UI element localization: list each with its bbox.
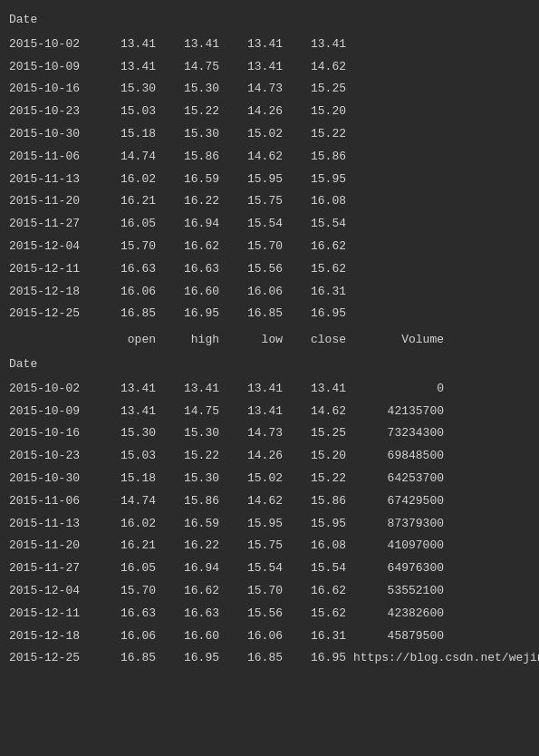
cell-low: 15.95 bbox=[226, 515, 290, 534]
table-row: 2015-11-06 14.74 15.86 14.62 15.86 67429… bbox=[9, 490, 530, 513]
cell-high: 16.22 bbox=[163, 537, 226, 556]
cell-date: 2015-11-20 bbox=[9, 192, 100, 211]
cell-open: 16.21 bbox=[100, 192, 163, 211]
table-row: 2015-10-16 15.30 15.30 14.73 15.25 73234… bbox=[9, 422, 530, 445]
cell-high: 16.63 bbox=[163, 260, 226, 279]
cell-date: 2015-12-04 bbox=[9, 237, 100, 257]
date-label-top: Date bbox=[9, 9, 100, 32]
cell-date: 2015-10-09 bbox=[9, 58, 100, 77]
cell-low: 15.75 bbox=[226, 537, 290, 556]
table-row: 2015-11-20 16.21 16.22 15.75 16.08 41097… bbox=[9, 535, 530, 557]
cell-close: 15.62 bbox=[290, 605, 353, 624]
cell-low: 15.95 bbox=[226, 170, 290, 189]
date-label-bottom: Date bbox=[9, 354, 100, 376]
cell-open: 13.41 bbox=[100, 58, 163, 77]
table-row: 2015-10-30 15.18 15.30 15.02 15.22 64253… bbox=[9, 468, 530, 490]
cell-high: 15.30 bbox=[163, 470, 226, 489]
cell-close: 15.62 bbox=[290, 260, 353, 279]
cell-close: 13.41 bbox=[290, 380, 353, 399]
cell-close: 14.62 bbox=[290, 58, 353, 77]
cell-volume: 53552100 bbox=[353, 582, 444, 601]
cell-open: 13.41 bbox=[100, 35, 163, 54]
table-row: 2015-10-23 15.03 15.22 14.26 15.20 69848… bbox=[9, 445, 530, 468]
cell-high: 14.75 bbox=[163, 58, 226, 77]
cell-volume: 0 bbox=[353, 380, 444, 399]
bottom-rows: 2015-10-02 13.41 13.41 13.41 13.41 0 201… bbox=[9, 378, 530, 670]
cell-close: 15.25 bbox=[290, 80, 353, 99]
bottom-table-section: Date 2015-10-02 13.41 13.41 13.41 13.41 … bbox=[9, 352, 530, 670]
cell-open: 16.85 bbox=[100, 305, 163, 324]
cell-high: 13.41 bbox=[163, 380, 226, 399]
cell-volume: https://blog.csdn.net/wejin_44365744 bbox=[353, 649, 444, 668]
table-row: 2015-12-18 16.06 16.60 16.06 16.31 bbox=[9, 281, 530, 304]
cell-open: 15.18 bbox=[100, 470, 163, 489]
cell-close: 15.20 bbox=[290, 447, 353, 466]
cell-volume: 67429500 bbox=[353, 492, 444, 511]
cell-high: 16.59 bbox=[163, 170, 226, 189]
cell-date: 2015-11-06 bbox=[9, 148, 100, 167]
cell-high: 16.22 bbox=[163, 192, 226, 211]
cell-volume: 87379300 bbox=[353, 515, 444, 534]
cell-volume: 64976300 bbox=[353, 559, 444, 578]
cell-volume: 73234300 bbox=[353, 424, 444, 443]
cell-high: 16.60 bbox=[163, 283, 226, 302]
cell-low: 15.56 bbox=[226, 605, 290, 624]
cell-high: 13.41 bbox=[163, 35, 226, 54]
cell-high: 15.30 bbox=[163, 125, 226, 144]
table-row: 2015-11-13 16.02 16.59 15.95 15.95 87379… bbox=[9, 513, 530, 536]
top-table-date-header: Date bbox=[9, 7, 530, 34]
cell-high: 15.86 bbox=[163, 492, 226, 511]
cell-close: 15.95 bbox=[290, 170, 353, 189]
cell-date: 2015-10-09 bbox=[9, 402, 100, 422]
cell-open: 16.05 bbox=[100, 215, 163, 234]
cell-low: 15.70 bbox=[226, 237, 290, 257]
cell-open: 16.02 bbox=[100, 515, 163, 534]
table-row: 2015-11-13 16.02 16.59 15.95 15.95 bbox=[9, 169, 530, 191]
cell-high: 16.59 bbox=[163, 515, 226, 534]
cell-volume: 41097000 bbox=[353, 537, 444, 556]
cell-high: 16.94 bbox=[163, 215, 226, 234]
cell-close: 16.95 bbox=[290, 305, 353, 324]
cell-date: 2015-12-18 bbox=[9, 627, 100, 646]
cell-date: 2015-10-30 bbox=[9, 470, 100, 489]
cell-low: 13.41 bbox=[226, 380, 290, 399]
cell-low: 15.54 bbox=[226, 215, 290, 234]
cell-high: 16.95 bbox=[163, 649, 226, 668]
cell-high: 16.95 bbox=[163, 305, 226, 324]
cell-close: 16.08 bbox=[290, 537, 353, 556]
cell-close: 15.25 bbox=[290, 424, 353, 443]
cell-close: 15.20 bbox=[290, 102, 353, 121]
cell-high: 15.22 bbox=[163, 102, 226, 121]
cell-volume: 64253700 bbox=[353, 470, 444, 489]
cell-close: 15.54 bbox=[290, 215, 353, 234]
bottom-table-date-header: Date bbox=[9, 352, 530, 378]
cell-low: 14.62 bbox=[226, 148, 290, 167]
table-row: 2015-11-27 16.05 16.94 15.54 15.54 64976… bbox=[9, 557, 530, 580]
cell-high: 16.63 bbox=[163, 605, 226, 624]
cell-date: 2015-10-02 bbox=[9, 380, 100, 399]
cell-close: 15.86 bbox=[290, 492, 353, 511]
cell-low: 14.62 bbox=[226, 492, 290, 511]
cell-date: 2015-10-16 bbox=[9, 424, 100, 443]
cell-date: 2015-12-04 bbox=[9, 582, 100, 601]
cell-close: 16.95 bbox=[290, 649, 353, 668]
cell-low: 15.02 bbox=[226, 125, 290, 144]
cell-low: 14.73 bbox=[226, 80, 290, 99]
cell-low: 15.56 bbox=[226, 260, 290, 279]
cell-open: 15.70 bbox=[100, 237, 163, 257]
cell-date: 2015-11-27 bbox=[9, 559, 100, 578]
table-row: 2015-11-06 14.74 15.86 14.62 15.86 bbox=[9, 146, 530, 169]
cell-volume: 45879500 bbox=[353, 627, 444, 646]
table-row: 2015-10-02 13.41 13.41 13.41 13.41 0 bbox=[9, 378, 530, 401]
cell-open: 14.74 bbox=[100, 148, 163, 167]
table-row: 2015-10-09 13.41 14.75 13.41 14.62 bbox=[9, 56, 530, 79]
cell-low: 14.26 bbox=[226, 102, 290, 121]
cell-low: 16.85 bbox=[226, 305, 290, 324]
header-low: low bbox=[226, 331, 290, 350]
cell-date: 2015-11-06 bbox=[9, 492, 100, 511]
cell-high: 16.60 bbox=[163, 627, 226, 646]
cell-close: 15.54 bbox=[290, 559, 353, 578]
table-row: 2015-12-18 16.06 16.60 16.06 16.31 45879… bbox=[9, 625, 530, 648]
cell-open: 15.03 bbox=[100, 102, 163, 121]
table-row: 2015-10-30 15.18 15.30 15.02 15.22 bbox=[9, 123, 530, 146]
